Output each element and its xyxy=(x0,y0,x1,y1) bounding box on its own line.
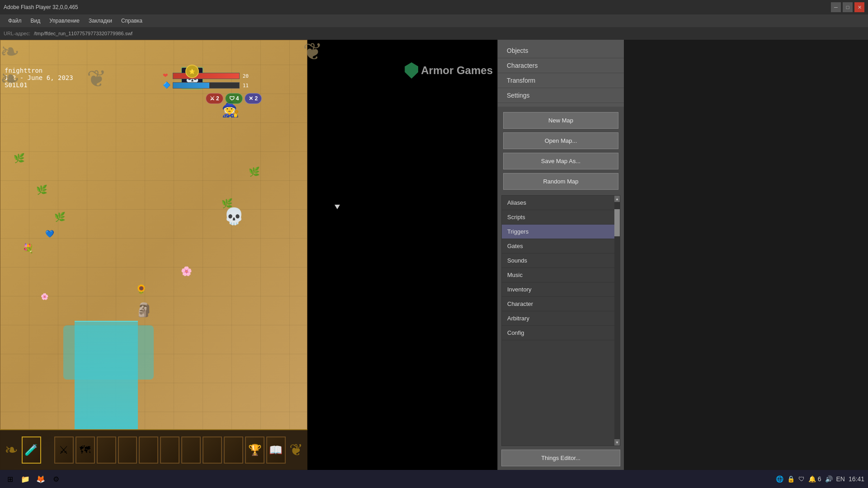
inventory-slot-book[interactable]: 📖 xyxy=(266,436,286,464)
nav-transform[interactable]: Transform xyxy=(498,73,624,88)
hp-row: ❤ 20 xyxy=(163,72,249,80)
menu-help[interactable]: Справка xyxy=(117,16,147,26)
scroll-thumb[interactable] xyxy=(614,209,620,236)
level-star-icon: ⭐ xyxy=(189,69,195,75)
url-bar: URL-адрес: /tmp/ffdec_run_11077579773320… xyxy=(0,27,868,40)
random-map-button[interactable]: Random Map xyxy=(503,173,618,190)
hp-bar-bg xyxy=(173,73,240,79)
menu-bar: Файл Вид Управление Закладки Справка xyxy=(0,14,868,27)
slot-icon-potions: 🧪 xyxy=(24,444,38,456)
slot-icon-sword: ⚔ xyxy=(59,444,69,456)
title-bar-text: Adobe Flash Player 32,0,0,465 xyxy=(4,4,78,10)
level-badge: ⭐ xyxy=(185,65,199,78)
save-map-button[interactable]: Save Map As... xyxy=(503,153,618,169)
list-item-music[interactable]: Music xyxy=(502,268,620,282)
water-creature: 🗿 xyxy=(136,302,152,318)
pink-flower: 🌸 xyxy=(41,293,48,300)
shield-count: 4 xyxy=(236,95,239,102)
volume-icon: 🔊 xyxy=(825,475,833,483)
nav-characters[interactable]: Characters xyxy=(498,58,624,73)
things-editor-button[interactable]: Things Editor... xyxy=(501,450,620,466)
panel-scrollbar[interactable]: ▲ ▼ xyxy=(614,196,620,446)
attack-count: 2 xyxy=(216,95,219,102)
list-item-config[interactable]: Config xyxy=(502,326,620,340)
inventory-slot-5[interactable] xyxy=(139,436,158,464)
mp-bar-fill xyxy=(173,83,209,88)
taskbar-start[interactable]: ⊞ xyxy=(4,473,16,485)
list-item-inventory[interactable]: Inventory xyxy=(502,282,620,297)
inventory-slot-8[interactable] xyxy=(203,436,222,464)
mp-icon: 🔷 xyxy=(163,81,171,89)
panel-nav: Objects Characters Transform Settings xyxy=(498,40,624,107)
main-area: 🌿 🌿 🌿 💐 🌸 🌿 🌿 🌻 💙 🌸 🧙 💀 🗿 Armor Games xyxy=(0,40,868,470)
list-item-arbitrary[interactable]: Arbitrary xyxy=(502,311,620,326)
list-item-character[interactable]: Character xyxy=(502,297,620,311)
inventory-slot-6[interactable] xyxy=(160,436,179,464)
list-item-triggers[interactable]: Triggers xyxy=(502,225,620,239)
mp-value: 11 xyxy=(243,83,249,89)
attack-icon: ⚔ xyxy=(210,95,215,102)
inventory-slot-9[interactable] xyxy=(224,436,243,464)
nav-settings[interactable]: Settings xyxy=(498,88,624,103)
hud-top: ❧ ❦ 💀 ⭐ ❤ 20 🔷 xyxy=(0,40,307,117)
action-btn-cancel[interactable]: ✕ 2 xyxy=(245,93,262,104)
taskbar-right: 🌐 🔒 🛡 🔔 6 🔊 EN 16:41 xyxy=(776,475,864,483)
menu-file[interactable]: Файл xyxy=(4,16,26,26)
open-map-button[interactable]: Open Map... xyxy=(503,132,618,149)
hp-value: 20 xyxy=(243,73,249,79)
list-item-scripts[interactable]: Scripts xyxy=(502,210,620,225)
taskbar-browser[interactable]: 🦊 xyxy=(34,473,47,485)
action-btn-shield[interactable]: 🛡 4 xyxy=(225,93,243,104)
plant-6: 🌿 xyxy=(249,166,260,177)
list-item-sounds[interactable]: Sounds xyxy=(502,253,620,268)
maximize-button[interactable]: □ xyxy=(843,2,853,12)
taskbar-settings[interactable]: ⚙ xyxy=(50,473,62,485)
nav-objects[interactable]: Objects xyxy=(498,43,624,58)
menu-control[interactable]: Управление xyxy=(45,16,84,26)
cancel-count: 2 xyxy=(255,95,258,102)
taskbar: ⊞ 📁 🦊 ⚙ 🌐 🔒 🛡 🔔 6 🔊 EN 16:41 xyxy=(0,470,868,488)
antivirus-icon: 🛡 xyxy=(798,475,805,483)
menu-bookmarks[interactable]: Закладки xyxy=(84,16,117,26)
game-cursor xyxy=(335,205,340,209)
slot-icon-map: 🗺 xyxy=(80,444,90,456)
plant-3: 🌿 xyxy=(54,211,66,222)
list-item-aliases[interactable]: Aliases xyxy=(502,196,620,210)
minimize-button[interactable]: ─ xyxy=(831,2,841,12)
inventory-slot-3[interactable] xyxy=(97,436,116,464)
hud-corner-tl: ❧ xyxy=(0,67,27,94)
new-map-button[interactable]: New Map xyxy=(503,112,618,129)
menu-view[interactable]: Вид xyxy=(26,16,45,26)
taskbar-files[interactable]: 📁 xyxy=(19,473,32,485)
armor-shield-icon xyxy=(405,62,418,79)
list-item-gates[interactable]: Gates xyxy=(502,239,620,253)
slot-icon-book: 📖 xyxy=(269,444,283,456)
scroll-up-button[interactable]: ▲ xyxy=(614,196,620,202)
url-value: /tmp/ffdec_run_11077579773320779986.swf xyxy=(34,31,132,36)
action-btn-attack[interactable]: ⚔ 2 xyxy=(206,93,223,104)
game-area: 🌿 🌿 🌿 💐 🌸 🌿 🌿 🌻 💙 🌸 🧙 💀 🗿 Armor Games xyxy=(0,40,497,470)
plant-8: 🌻 xyxy=(136,284,147,295)
scroll-down-button[interactable]: ▼ xyxy=(614,439,620,446)
inventory-slot-2[interactable]: 🗺 xyxy=(75,436,95,464)
inventory-slot-1[interactable]: ⚔ xyxy=(54,436,74,464)
slot-icon-trophy: 🏆 xyxy=(248,444,262,456)
hud-bars: ❤ 20 🔷 11 xyxy=(163,70,249,91)
notifications-badge: 🔔 6 xyxy=(808,475,821,483)
blue-flower: 💙 xyxy=(45,230,54,238)
panel-buttons: New Map Open Map... Save Map As... Rando… xyxy=(498,107,624,195)
game-bottom-bar: ❧ 🧪 ⚔ 🗺 🏆 📖 xyxy=(0,429,307,470)
security-icon: 🔒 xyxy=(787,475,795,483)
mp-bar-bg xyxy=(173,82,240,89)
close-button[interactable]: ✕ xyxy=(854,2,864,12)
inventory-slot-active[interactable]: 🧪 xyxy=(22,436,41,464)
waterfall xyxy=(75,321,138,429)
plant-2: 🌿 xyxy=(36,184,47,195)
armor-games-text: Armor Games xyxy=(421,64,493,77)
inventory-slot-trophy[interactable]: 🏆 xyxy=(245,436,264,464)
inventory-slot-4[interactable] xyxy=(118,436,137,464)
url-label: URL-адрес: xyxy=(4,31,30,36)
plant-5: 🌸 xyxy=(181,266,192,277)
network-icon: 🌐 xyxy=(776,475,783,483)
inventory-slot-7[interactable] xyxy=(181,436,201,464)
